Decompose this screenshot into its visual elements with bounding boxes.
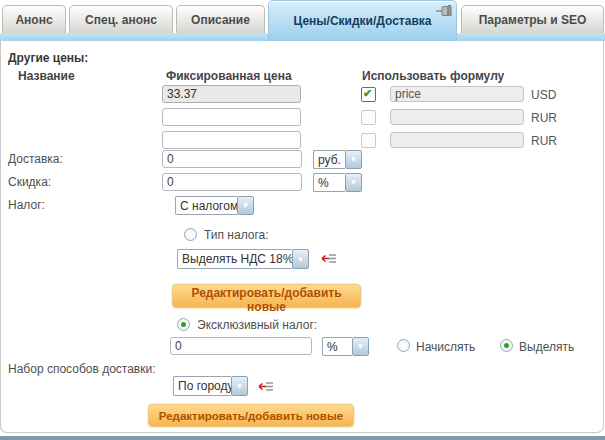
chevron-down-icon: ▼ <box>345 173 362 192</box>
tax-type-label: Тип налога: <box>204 228 269 242</box>
chevron-down-icon: ▼ <box>292 249 309 269</box>
formula-input[interactable] <box>390 86 524 102</box>
use-formula-checkbox[interactable] <box>361 87 376 102</box>
formula-input[interactable] <box>390 132 524 148</box>
select-value: руб. <box>313 150 345 169</box>
shipping-set-label: Набор способов доставки: <box>8 361 158 378</box>
use-formula-checkbox[interactable] <box>361 110 376 125</box>
discount-label: Скидка: <box>8 175 51 189</box>
tab-label: Описание <box>191 13 250 27</box>
currency-label: USD <box>531 88 556 102</box>
exclusive-tax-label: Эксклюзивный налог: <box>197 318 317 332</box>
tab-description[interactable]: Описание <box>176 5 265 33</box>
bottom-bar <box>0 436 605 440</box>
exclusive-tax-input[interactable] <box>170 337 312 355</box>
tax-label: Налог: <box>8 198 45 212</box>
tax-type-radio[interactable] <box>184 228 197 241</box>
extract-radio[interactable] <box>500 339 513 352</box>
section-title: Другие цены: <box>8 51 88 65</box>
pin-icon[interactable] <box>435 4 453 19</box>
chevron-down-icon: ▼ <box>352 337 369 356</box>
tab-label: Цены/Скидки/Доставка <box>294 14 432 28</box>
discount-unit-select[interactable]: % ▼ <box>313 173 362 192</box>
edit-add-taxes-button[interactable]: Редактировать/добавить новые <box>172 284 361 308</box>
exclusive-tax-radio[interactable] <box>177 318 190 331</box>
product-edit-screen: Анонс Спец. анонс Описание Цены/Скидки/Д… <box>0 0 605 440</box>
fixed-price-input[interactable] <box>162 108 301 126</box>
chevron-down-icon: ▼ <box>237 196 254 215</box>
delivery-unit-select[interactable]: руб. ▼ <box>313 150 362 169</box>
accrue-label: Начислять <box>416 340 475 354</box>
select-value: С налогом <box>175 196 237 215</box>
edit-list-icon[interactable] <box>257 380 274 396</box>
tab-label: Анонс <box>15 13 52 27</box>
delivery-input[interactable] <box>162 150 302 168</box>
currency-label: RUR <box>531 134 557 148</box>
delivery-label: Доставка: <box>8 152 63 166</box>
select-value: Выделять НДС 18% <box>177 249 292 269</box>
tax-mode-select[interactable]: С налогом ▼ <box>175 196 254 215</box>
tab-prices-discounts-delivery[interactable]: Цены/Скидки/Доставка <box>268 0 457 41</box>
chevron-down-icon: ▼ <box>345 150 362 169</box>
column-header-name: Название <box>18 69 75 83</box>
tab-params-seo[interactable]: Параметры и SEO <box>461 5 604 33</box>
edit-add-shipping-button[interactable]: Редактировать/добавить новые <box>148 404 354 427</box>
tab-spec-anons[interactable]: Спец. анонс <box>69 5 173 33</box>
chevron-down-icon: ▼ <box>231 376 248 396</box>
select-value: По городу <box>173 376 231 396</box>
use-formula-checkbox[interactable] <box>361 133 376 148</box>
tab-anons[interactable]: Анонс <box>2 5 66 33</box>
formula-input[interactable] <box>390 109 524 125</box>
accrue-radio[interactable] <box>397 339 410 352</box>
column-header-use-formula: Использовать формулу <box>362 69 504 83</box>
tax-type-select[interactable]: Выделять НДС 18% ▼ <box>177 249 309 269</box>
edit-list-icon[interactable] <box>320 252 337 268</box>
fixed-price-input[interactable] <box>162 131 301 149</box>
tab-label: Параметры и SEO <box>479 13 587 27</box>
exclusive-tax-unit-select[interactable]: % ▼ <box>322 337 369 356</box>
currency-label: RUR <box>531 111 557 125</box>
fixed-price-input[interactable] <box>162 85 301 103</box>
tab-label: Спец. анонс <box>85 13 157 27</box>
select-value: % <box>313 173 345 192</box>
extract-label: Выделять <box>519 340 574 354</box>
column-header-fixed-price: Фиксированная цена <box>166 69 292 83</box>
discount-input[interactable] <box>162 173 302 191</box>
shipping-set-select[interactable]: По городу ▼ <box>173 376 248 396</box>
select-value: % <box>322 337 352 356</box>
